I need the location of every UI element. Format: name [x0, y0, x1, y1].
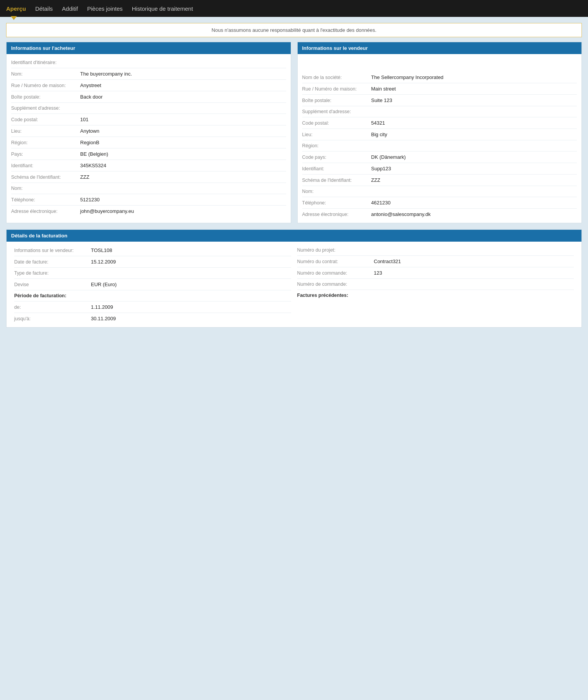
billing-field-row: Devise EUR (Euro)	[14, 279, 291, 290]
buyer-seller-row: Informations sur l'acheteur Identifiant …	[6, 42, 582, 223]
seller-card-body: Nom de la société: The Sellercompany Inc…	[298, 54, 582, 223]
seller-card-header: Informations sur le vendeur	[298, 42, 582, 54]
nav-apercu[interactable]: Aperçu	[6, 5, 26, 12]
billing-field-row: Numéro de commande: 123	[297, 267, 574, 279]
field-value: 15.12.2009	[91, 259, 291, 265]
field-row: Code pays: DK (Dänemark)	[302, 152, 577, 163]
field-row: Téléphone: 4621230	[302, 197, 577, 209]
field-value: RegionB	[80, 140, 286, 145]
field-row: Nom de la société: The Sellercompany Inc…	[302, 72, 577, 83]
field-label: Numéro du contrat:	[297, 259, 374, 264]
nav-active-indicator	[11, 16, 17, 20]
field-label: Période de facturation:	[14, 293, 91, 298]
field-value: antonio@salescompany.dk	[371, 211, 577, 217]
field-label: Numéro du projet:	[297, 247, 374, 253]
field-row: Identifiant: 345KS5324	[11, 160, 286, 171]
field-label: Code postal:	[11, 117, 80, 122]
billing-field-row: Numéro de commande:	[297, 279, 574, 290]
field-value: 101	[80, 117, 286, 122]
field-row: Rue / Numéro de maison: Main street	[302, 83, 577, 95]
field-label: Supplément d'adresse:	[302, 109, 371, 114]
buyer-card-header: Informations sur l'acheteur	[7, 42, 291, 54]
field-label: Région:	[302, 143, 371, 148]
field-value: The Sellercompany Incorporated	[371, 74, 577, 80]
top-navigation: Aperçu Détails Additif Pièces jointes Hi…	[0, 0, 588, 17]
field-label: Nom:	[11, 71, 80, 77]
field-label: Type de facture:	[14, 270, 91, 276]
field-label: Nom:	[302, 189, 371, 194]
field-label: Boîte postale:	[302, 98, 371, 103]
nav-details[interactable]: Détails	[35, 5, 53, 12]
field-row: Lieu: Big city	[302, 129, 577, 140]
field-row: Région:	[302, 140, 577, 152]
field-label: Numéro de commande:	[297, 270, 374, 276]
field-row: Identifiant d'itinéraire:	[11, 57, 286, 68]
field-row: Supplément d'adresse:	[11, 103, 286, 114]
nav-pieces-jointes[interactable]: Pièces jointes	[87, 5, 123, 12]
field-label: Adresse électronique:	[11, 209, 80, 214]
billing-field-row: Type de facture:	[14, 268, 291, 279]
field-label: Schéma de l'Identifiant:	[11, 175, 80, 180]
field-label: Identifiant d'itinéraire:	[11, 60, 80, 65]
field-label: Nom:	[11, 186, 80, 191]
field-value: EUR (Euro)	[91, 282, 291, 287]
field-row: Schéma de l'Identifiant: ZZZ	[302, 175, 577, 186]
field-value: ZZZ	[371, 177, 577, 183]
billing-field-row: Factures précédentes:	[297, 290, 574, 301]
field-label: Rue / Numéro de maison:	[302, 86, 371, 92]
buyer-card: Informations sur l'acheteur Identifiant …	[6, 42, 291, 223]
field-value: 30.11.2009	[91, 316, 291, 321]
field-row: Boîte postale: Suite 123	[302, 95, 577, 106]
field-value: BE (Belgien)	[80, 151, 286, 157]
field-value: 1.11.2009	[91, 304, 291, 310]
billing-card-body: Informations sur le vendeur: TOSL108 Dat…	[7, 242, 581, 327]
field-row: Adresse électronique: john@buyercompany.…	[11, 206, 286, 217]
buyer-card-body: Identifiant d'itinéraire: Nom: The buyer…	[7, 54, 291, 220]
nav-historique[interactable]: Historique de traitement	[132, 5, 193, 12]
seller-spacer	[302, 57, 577, 72]
field-value: ZZZ	[80, 174, 286, 180]
field-value: Anytown	[80, 128, 286, 134]
field-value: Big city	[371, 132, 577, 137]
seller-card: Informations sur le vendeur Nom de la so…	[297, 42, 582, 223]
field-row: Code postal: 54321	[302, 117, 577, 129]
billing-field-row: de: 1.11.2009	[14, 301, 291, 313]
field-row: Nom: The buyercompany inc.	[11, 68, 286, 80]
field-label: Rue / Numéro de maison:	[11, 83, 80, 88]
billing-field-row: jusqu'à: 30.11.2009	[14, 313, 291, 324]
field-label: de:	[14, 305, 91, 310]
field-label: Factures précédentes:	[297, 293, 374, 298]
field-row: Pays: BE (Belgien)	[11, 148, 286, 160]
field-label: Date de facture:	[14, 259, 91, 265]
billing-left-col: Informations sur le vendeur: TOSL108 Dat…	[11, 245, 294, 324]
field-value: john@buyercompany.eu	[80, 208, 286, 214]
nav-additif[interactable]: Additif	[62, 5, 78, 12]
billing-field-row: Période de facturation:	[14, 290, 291, 301]
field-row: Téléphone: 5121230	[11, 194, 286, 206]
field-row: Supplément d'adresse:	[302, 106, 577, 117]
notice-bar: Nous n'assumons aucune responsabilité qu…	[6, 23, 582, 37]
field-label: jusqu'à:	[14, 316, 91, 321]
field-row: Boîte postale: Back door	[11, 91, 286, 103]
field-row: Lieu: Anytown	[11, 125, 286, 137]
field-value: 54321	[371, 120, 577, 126]
field-label: Nom de la société:	[302, 75, 371, 80]
billing-right-col: Numéro du projet: Numéro du contrat: Con…	[294, 245, 577, 324]
field-label: Code postal:	[302, 120, 371, 126]
field-value: Back door	[80, 94, 286, 100]
field-value: The buyercompany inc.	[80, 71, 286, 77]
billing-card: Détails de la facturation Informations s…	[6, 229, 582, 328]
field-value: Contract321	[374, 259, 574, 264]
field-label: Pays:	[11, 152, 80, 157]
billing-field-row: Numéro du contrat: Contract321	[297, 256, 574, 267]
notice-text: Nous n'assumons aucune responsabilité qu…	[212, 27, 377, 33]
billing-field-row: Numéro du projet:	[297, 245, 574, 256]
field-row: Rue / Numéro de maison: Anystreet	[11, 80, 286, 91]
field-value: Main street	[371, 86, 577, 92]
field-value: Supp123	[371, 166, 577, 171]
billing-card-header: Détails de la facturation	[7, 230, 581, 242]
billing-field-row: Date de facture: 15.12.2009	[14, 256, 291, 268]
field-value: 5121230	[80, 197, 286, 203]
field-row: Schéma de l'Identifiant: ZZZ	[11, 171, 286, 183]
field-row: Identifiant: Supp123	[302, 163, 577, 175]
